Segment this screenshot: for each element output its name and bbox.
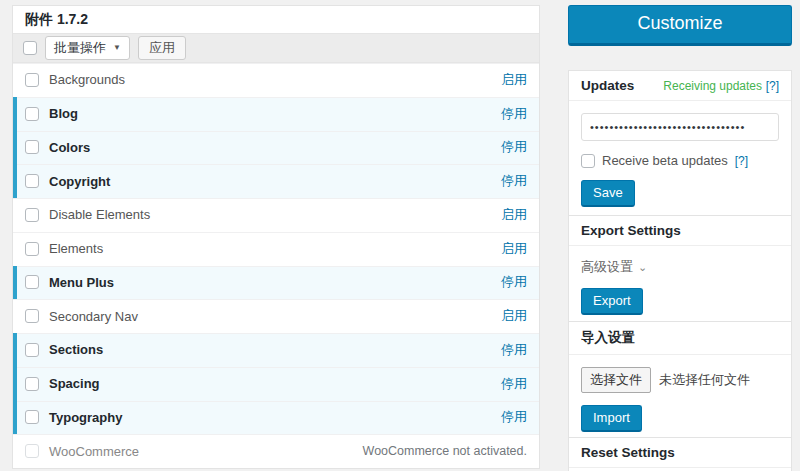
export-panel-header: Export Settings bbox=[569, 216, 791, 246]
row-checkbox[interactable] bbox=[25, 275, 39, 289]
license-key-input[interactable] bbox=[581, 113, 779, 141]
file-input-row: 选择文件 未选择任何文件 bbox=[581, 367, 779, 393]
toggle-link[interactable]: 启用 bbox=[501, 71, 527, 89]
reset-panel-header: Reset Settings bbox=[569, 438, 791, 468]
updates-panel-header: Updates Receiving updates [?] bbox=[569, 71, 791, 101]
bulk-action-label: 批量操作 bbox=[54, 37, 106, 59]
import-settings-panel: 导入设置 选择文件 未选择任何文件 Import bbox=[568, 321, 792, 445]
addon-name: WooCommerce bbox=[49, 444, 139, 459]
addon-name: Typography bbox=[49, 410, 122, 425]
addon-row: Typography 停用 bbox=[13, 401, 539, 435]
row-checkbox[interactable] bbox=[25, 309, 39, 323]
save-button[interactable]: Save bbox=[581, 180, 635, 207]
addon-row: Spacing 停用 bbox=[13, 367, 539, 401]
import-button[interactable]: Import bbox=[581, 405, 642, 432]
addons-table-body: Backgrounds 启用 Blog 停用 Colors 停用 Copyrig… bbox=[13, 63, 539, 468]
row-checkbox[interactable] bbox=[25, 73, 39, 87]
updates-panel: Updates Receiving updates [?] Receive be… bbox=[568, 70, 792, 220]
export-settings-title: Export Settings bbox=[581, 223, 681, 238]
addon-row: Secondary Nav 启用 bbox=[13, 299, 539, 333]
addon-name: Disable Elements bbox=[49, 207, 150, 222]
toggle-link[interactable]: 启用 bbox=[501, 206, 527, 224]
row-checkbox[interactable] bbox=[25, 140, 39, 154]
row-checkbox[interactable] bbox=[25, 174, 39, 188]
toggle-link[interactable]: 启用 bbox=[501, 307, 527, 325]
toggle-link[interactable]: 停用 bbox=[501, 375, 527, 393]
import-panel-header: 导入设置 bbox=[569, 322, 791, 355]
row-checkbox[interactable] bbox=[25, 343, 39, 357]
addon-name: Colors bbox=[49, 140, 90, 155]
advanced-settings-toggle[interactable]: 高级设置 ⌄ bbox=[581, 258, 647, 276]
export-panel-body: 高级设置 ⌄ Export bbox=[569, 246, 791, 327]
apply-button[interactable]: 应用 bbox=[138, 36, 186, 60]
toggle-link[interactable]: 停用 bbox=[501, 105, 527, 123]
addon-name: Copyright bbox=[49, 174, 110, 189]
choose-file-button[interactable]: 选择文件 bbox=[581, 367, 651, 393]
addon-row: Colors 停用 bbox=[13, 131, 539, 165]
toggle-link[interactable]: 停用 bbox=[501, 273, 527, 291]
addon-row: Backgrounds 启用 bbox=[13, 63, 539, 97]
toggle-link[interactable]: 停用 bbox=[501, 172, 527, 190]
addon-name: Backgrounds bbox=[49, 72, 125, 87]
export-button[interactable]: Export bbox=[581, 288, 643, 315]
toggle-link[interactable]: 启用 bbox=[501, 240, 527, 258]
row-checkbox[interactable] bbox=[25, 377, 39, 391]
receiving-updates-link[interactable]: Receiving updates bbox=[663, 79, 762, 93]
import-settings-title: 导入设置 bbox=[581, 329, 635, 347]
reset-settings-panel: Reset Settings bbox=[568, 437, 792, 471]
beta-updates-label: Receive beta updates bbox=[602, 153, 728, 168]
addon-row: Disable Elements 启用 bbox=[13, 198, 539, 232]
updates-status: Receiving updates [?] bbox=[663, 78, 779, 93]
addon-name: Menu Plus bbox=[49, 275, 114, 290]
bulk-actions-toolbar: 批量操作 ▼ 应用 bbox=[13, 34, 539, 63]
updates-title: Updates bbox=[581, 78, 634, 93]
customize-button[interactable]: Customize bbox=[568, 5, 792, 46]
chevron-down-icon: ⌄ bbox=[638, 261, 647, 274]
addon-name: Sections bbox=[49, 342, 103, 357]
beta-updates-row: Receive beta updates [?] bbox=[581, 153, 779, 168]
updates-panel-body: Receive beta updates [?] Save bbox=[569, 101, 791, 219]
export-settings-panel: Export Settings 高级设置 ⌄ Export bbox=[568, 215, 792, 328]
bulk-action-select[interactable]: 批量操作 ▼ bbox=[45, 36, 130, 60]
addon-name: Secondary Nav bbox=[49, 309, 138, 324]
addon-row: Sections 停用 bbox=[13, 333, 539, 367]
import-panel-body: 选择文件 未选择任何文件 Import bbox=[569, 355, 791, 444]
dropdown-arrow-icon: ▼ bbox=[113, 37, 121, 59]
row-status-text: WooCommerce not activated. bbox=[363, 444, 527, 458]
addon-row: Copyright 停用 bbox=[13, 164, 539, 198]
toggle-link[interactable]: 停用 bbox=[501, 341, 527, 359]
row-checkbox[interactable] bbox=[25, 107, 39, 121]
addon-row: Blog 停用 bbox=[13, 97, 539, 131]
no-file-chosen-text: 未选择任何文件 bbox=[659, 371, 750, 389]
row-checkbox[interactable] bbox=[25, 242, 39, 256]
toggle-link[interactable]: 停用 bbox=[501, 408, 527, 426]
addon-row: Menu Plus 停用 bbox=[13, 266, 539, 300]
addon-name: Blog bbox=[49, 106, 78, 121]
beta-updates-checkbox[interactable] bbox=[581, 154, 595, 168]
addon-name: Spacing bbox=[49, 376, 100, 391]
row-checkbox bbox=[25, 444, 39, 458]
addons-card: 附件 1.7.2 批量操作 ▼ 应用 Backgrounds 启用 Blog 停… bbox=[12, 5, 540, 469]
addons-title: 附件 1.7.2 bbox=[13, 6, 539, 34]
beta-help-link[interactable]: [?] bbox=[735, 154, 748, 168]
addon-row: WooCommerce WooCommerce not activated. bbox=[13, 434, 539, 468]
row-checkbox[interactable] bbox=[25, 208, 39, 222]
updates-help-link[interactable]: [?] bbox=[766, 79, 779, 93]
addon-row: Elements 启用 bbox=[13, 232, 539, 266]
toggle-link[interactable]: 停用 bbox=[501, 138, 527, 156]
reset-settings-title: Reset Settings bbox=[581, 445, 675, 460]
addon-name: Elements bbox=[49, 241, 103, 256]
row-checkbox[interactable] bbox=[25, 410, 39, 424]
select-all-checkbox[interactable] bbox=[23, 41, 37, 55]
advanced-settings-label: 高级设置 bbox=[581, 258, 633, 276]
